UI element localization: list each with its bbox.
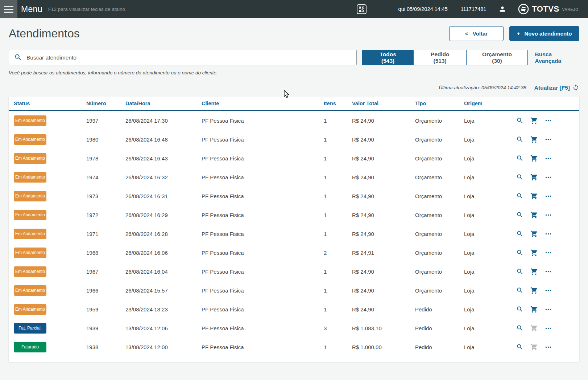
status-badge: Em Andamento: [14, 134, 46, 145]
status-badge: Em Andamento: [14, 248, 46, 258]
view-details-icon[interactable]: [516, 268, 523, 275]
row-cliente: PF Pessoa Fisica: [202, 287, 324, 294]
totvs-logo-icon: [518, 4, 529, 15]
status-badge: Faturado: [14, 342, 46, 352]
search-input[interactable]: [9, 50, 357, 65]
cart-icon[interactable]: [530, 192, 538, 200]
column-header-status: Status: [14, 101, 86, 106]
more-options-icon[interactable]: [545, 249, 552, 256]
row-origem: Loja: [464, 174, 515, 180]
view-details-icon[interactable]: [516, 192, 523, 200]
cart-icon[interactable]: [530, 117, 538, 124]
row-itens: 1: [324, 174, 352, 180]
row-numero: 1980: [86, 136, 125, 143]
column-header-valor: Valor Total: [352, 101, 415, 106]
cart-icon[interactable]: [530, 155, 538, 162]
more-options-icon[interactable]: [545, 268, 552, 275]
refresh-icon: [572, 84, 579, 91]
row-origem: Loja: [464, 212, 515, 218]
cart-icon[interactable]: [530, 211, 538, 219]
row-itens: 1: [324, 231, 352, 237]
back-button[interactable]: < Voltar: [449, 26, 504, 41]
more-options-icon[interactable]: [545, 136, 552, 143]
hamburger-menu-icon[interactable]: [0, 0, 17, 18]
plus-icon: +: [517, 30, 520, 37]
new-atendimento-button[interactable]: + Novo atendimento: [509, 26, 579, 41]
row-itens: 3: [324, 325, 352, 331]
row-origem: Loja: [464, 118, 515, 124]
row-tipo: Orçamento: [415, 193, 464, 199]
view-details-icon[interactable]: [516, 136, 523, 143]
row-tipo: Orçamento: [415, 231, 464, 237]
table-row: Em Andamento 1973 26/08/2024 16:31 PF Pe…: [9, 187, 579, 205]
row-numero: 1966: [86, 287, 125, 294]
more-options-icon[interactable]: [545, 212, 552, 218]
more-options-icon[interactable]: [545, 325, 552, 332]
view-details-icon[interactable]: [516, 211, 523, 218]
view-details-icon[interactable]: [516, 230, 523, 237]
qr-code-icon[interactable]: [357, 4, 367, 14]
cart-icon[interactable]: [530, 287, 538, 294]
more-options-icon[interactable]: [545, 174, 552, 181]
status-badge: Em Andamento: [14, 266, 46, 277]
table-row: Em Andamento 1966 26/08/2024 15:57 PF Pe…: [9, 281, 579, 300]
view-details-icon[interactable]: [516, 155, 523, 162]
page-title: Atendimentos: [9, 27, 80, 40]
brand-sub: VAREJO: [562, 8, 579, 12]
table-row: Em Andamento 1967 26/08/2024 16:04 PF Pe…: [9, 262, 579, 281]
row-tipo: Orçamento: [415, 118, 464, 124]
more-options-icon[interactable]: [545, 230, 552, 237]
more-options-icon[interactable]: [545, 193, 552, 200]
menu-title[interactable]: Menu: [21, 4, 42, 14]
cart-icon[interactable]: [530, 306, 538, 313]
search-icon: [14, 53, 22, 63]
cart-icon[interactable]: [530, 268, 538, 275]
tab-pedido[interactable]: Pedido (513): [413, 50, 467, 65]
row-cliente: PF Pessoa Fisica: [202, 344, 324, 350]
user-icon[interactable]: [498, 5, 506, 13]
more-options-icon[interactable]: [545, 306, 552, 313]
status-badge: Em Andamento: [14, 229, 46, 239]
row-valor: R$ 24,90: [352, 155, 415, 162]
refresh-link[interactable]: Atualizar [F5]: [534, 84, 579, 91]
view-details-icon[interactable]: [516, 249, 523, 256]
row-cliente: PF Pessoa Fisica: [202, 269, 324, 275]
cart-icon[interactable]: [530, 173, 538, 181]
view-details-icon[interactable]: [516, 117, 523, 124]
table-row: Em Andamento 1959 23/08/2024 13:23 PF Pe…: [9, 300, 579, 319]
view-details-icon[interactable]: [516, 324, 523, 332]
column-header-itens: Itens: [324, 101, 352, 106]
row-itens: 1: [324, 344, 352, 350]
status-badge: Em Andamento: [14, 285, 46, 296]
view-details-icon[interactable]: [516, 173, 523, 181]
row-valor: R$ 24,90: [352, 193, 415, 199]
shortcut-hint: F12 para visualizar teclas de atalho: [48, 7, 125, 12]
view-details-icon[interactable]: [516, 287, 523, 294]
row-datahora: 26/08/2024 16:04: [125, 269, 202, 275]
row-tipo: Pedido: [415, 325, 464, 331]
view-details-icon[interactable]: [516, 306, 523, 313]
status-badge: Em Andamento: [14, 304, 46, 315]
row-tipo: Orçamento: [415, 174, 464, 180]
table-row: Em Andamento 1971 26/08/2024 16:28 PF Pe…: [9, 224, 579, 243]
view-details-icon[interactable]: [516, 343, 523, 351]
advanced-search-link[interactable]: Busca Avançada: [535, 51, 579, 64]
more-options-icon[interactable]: [545, 117, 552, 124]
tab-todos[interactable]: Todos (543): [363, 50, 413, 65]
row-datahora: 23/08/2024 13:23: [125, 306, 202, 312]
row-datahora: 26/08/2024 16:29: [125, 212, 202, 218]
more-options-icon[interactable]: [545, 155, 552, 162]
cart-icon[interactable]: [530, 136, 538, 143]
brand-logo: TOTVS VAREJO: [518, 4, 579, 15]
more-options-icon[interactable]: [545, 287, 552, 294]
cart-icon[interactable]: [530, 249, 538, 257]
more-options-icon[interactable]: [545, 344, 552, 351]
row-datahora: 26/08/2024 16:28: [125, 231, 202, 237]
tab-orcamento[interactable]: Orçamento (30): [466, 50, 527, 65]
row-cliente: PF Pessoa Fisica: [202, 174, 324, 180]
table-row: Em Andamento 1968 26/08/2024 16:06 PF Pe…: [9, 243, 579, 262]
cart-icon[interactable]: [530, 230, 538, 238]
row-numero: 1967: [86, 269, 125, 275]
row-valor: R$ 24,90: [352, 269, 415, 275]
row-numero: 1973: [86, 193, 125, 199]
